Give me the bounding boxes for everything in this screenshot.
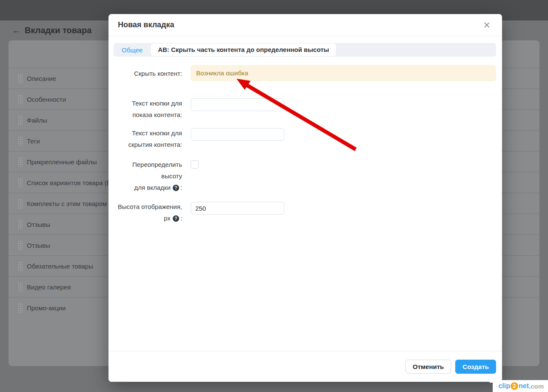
- watermark-notch: [489, 377, 497, 383]
- modal-header: Новая вкладка ×: [108, 14, 502, 36]
- list-item-label: Обязательные товары: [27, 263, 93, 270]
- watermark-clip: clip: [498, 382, 510, 390]
- show-button-text-input[interactable]: [191, 98, 284, 111]
- list-item-label: Описание: [27, 75, 56, 82]
- tab-ab-hide-content[interactable]: АВ: Скрыть часть контента до определенно…: [151, 43, 336, 56]
- create-button[interactable]: Создать: [455, 360, 496, 374]
- drag-handle-icon[interactable]: [18, 136, 23, 146]
- display-height-input[interactable]: [191, 202, 284, 215]
- back-arrow-icon[interactable]: ←: [12, 25, 21, 36]
- form-row-display-height: Высота отображения, px?:: [114, 201, 496, 224]
- form-row-show-button-text: Текст кнопки для показа контента:: [114, 97, 496, 120]
- form-row-override-height: Переопределить высоту для вкладки?:: [114, 159, 496, 193]
- watermark-net: net: [519, 382, 529, 390]
- drag-handle-icon[interactable]: [18, 303, 23, 313]
- drag-handle-icon[interactable]: [18, 94, 23, 104]
- drag-handle-icon[interactable]: [18, 220, 23, 229]
- override-height-checkbox[interactable]: [191, 160, 199, 169]
- drag-handle-icon[interactable]: [18, 199, 23, 209]
- new-tab-modal: Новая вкладка × Общее АВ: Скрыть часть к…: [108, 14, 502, 382]
- clip2net-watermark: clip 2 net .com: [493, 380, 548, 392]
- list-item-label: Особенности: [27, 96, 66, 103]
- list-item-label: Прикрепленные файлы: [27, 158, 97, 166]
- drag-handle-icon[interactable]: [18, 74, 23, 83]
- list-item-label: Видео галерея: [27, 283, 71, 291]
- watermark-two-icon: 2: [511, 382, 518, 390]
- form-row-hide-content: Скрыть контент: Возникла ошибка: [114, 65, 496, 81]
- modal-title: Новая вкладка: [118, 20, 174, 29]
- hide-button-text-input[interactable]: [191, 128, 284, 141]
- modal-tab-bar: Общее АВ: Скрыть часть контента до опред…: [114, 43, 496, 57]
- close-icon[interactable]: ×: [482, 17, 492, 33]
- list-item-label: Комплекты с этим товаром (Бл: [27, 200, 119, 207]
- help-icon[interactable]: ?: [173, 215, 179, 222]
- drag-handle-icon[interactable]: [18, 240, 23, 250]
- help-icon[interactable]: ?: [173, 185, 179, 191]
- drag-handle-icon[interactable]: [18, 282, 23, 292]
- cancel-button[interactable]: Отменить: [405, 360, 451, 374]
- drag-handle-icon[interactable]: [18, 178, 23, 188]
- list-item-label: Теги: [27, 137, 40, 145]
- list-item-label: Промо-акции: [27, 304, 66, 312]
- drag-handle-icon[interactable]: [18, 157, 23, 167]
- page-title: Вкладки товара: [25, 26, 91, 35]
- drag-handle-icon[interactable]: [18, 261, 23, 271]
- form-row-hide-button-text: Текст кнопки для скрытия контента:: [114, 127, 496, 150]
- hide-button-text-label: Текст кнопки для скрытия контента:: [114, 127, 182, 150]
- override-height-label: Переопределить высоту для вкладки?:: [114, 159, 182, 193]
- tab-general[interactable]: Общее: [114, 46, 151, 54]
- show-button-text-label: Текст кнопки для показа контента:: [114, 97, 182, 120]
- list-item-label: Список вариантов товара (Бло: [27, 179, 118, 186]
- list-item-label: Отзывы: [27, 242, 50, 249]
- display-height-label: Высота отображения, px?:: [114, 201, 182, 224]
- watermark-com: .com: [529, 383, 544, 390]
- list-item-label: Файлы: [27, 117, 47, 124]
- modal-footer: Отменить Создать: [108, 351, 502, 382]
- drag-handle-icon[interactable]: [18, 115, 23, 125]
- list-item-label: Отзывы: [27, 221, 50, 228]
- hide-content-label: Скрыть контент:: [114, 65, 182, 81]
- modal-form: Скрыть контент: Возникла ошибка Текст кн…: [108, 57, 502, 224]
- hide-content-error-box: Возникла ошибка: [191, 65, 496, 81]
